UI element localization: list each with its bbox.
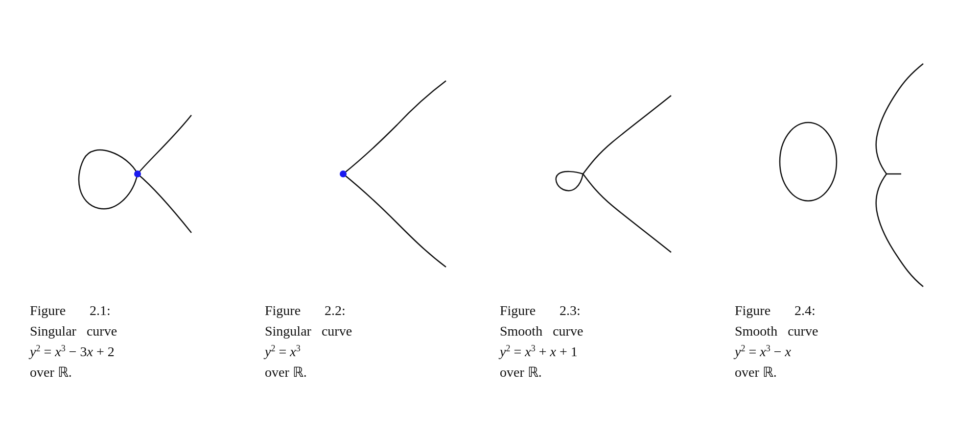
- node-dot: [134, 171, 141, 177]
- figure-2-2-svg: [265, 56, 480, 292]
- figure-2-2-number: 2.2:: [325, 303, 346, 318]
- figure-2-3-desc2: y2 = x3 + x + 1: [500, 344, 578, 359]
- figure-2-4-number: 2.4:: [794, 303, 816, 318]
- figure-2-3-label: Figure: [500, 303, 536, 318]
- figure-2-4-desc2: y2 = x3 − x: [735, 344, 791, 359]
- figure-2-2: Figure 2.2: Singular curve y2 = x3 over …: [265, 56, 480, 383]
- figure-2-2-caption: Figure 2.2: Singular curve y2 = x3 over …: [265, 300, 451, 383]
- figure-2-1-number: 2.1:: [90, 303, 111, 318]
- figure-2-4-desc1: Smooth curve: [735, 323, 818, 339]
- figure-2-3-svg: [500, 56, 715, 292]
- figure-2-4-desc3: over ℝ.: [735, 365, 777, 380]
- figure-2-1-label: Figure: [30, 303, 66, 318]
- figure-2-1-desc1: Singular curve: [30, 323, 117, 339]
- figure-2-2-desc1: Singular curve: [265, 323, 352, 339]
- figure-2-3: Figure 2.3: Smooth curve y2 = x3 + x + 1…: [500, 56, 715, 383]
- figure-2-2-desc3: over ℝ.: [265, 365, 307, 380]
- oval-component: [780, 122, 837, 201]
- figure-2-3-caption: Figure 2.3: Smooth curve y2 = x3 + x + 1…: [500, 300, 686, 383]
- figure-2-1: Figure 2.1: Singular curve y2 = x3 − 3x …: [30, 56, 245, 383]
- figure-2-1-caption: Figure 2.1: Singular curve y2 = x3 − 3x …: [30, 300, 216, 383]
- figure-2-3-desc3: over ℝ.: [500, 365, 542, 380]
- figure-2-1-desc2: y2 = x3 − 3x + 2: [30, 344, 115, 359]
- figure-2-2-label: Figure: [265, 303, 301, 318]
- figure-2-1-desc3: over ℝ.: [30, 365, 72, 380]
- figure-2-3-number: 2.3:: [560, 303, 581, 318]
- figure-2-2-desc2: y2 = x3: [265, 344, 301, 359]
- figures-container: Figure 2.1: Singular curve y2 = x3 − 3x …: [0, 37, 980, 402]
- figure-2-3-desc1: Smooth curve: [500, 323, 583, 339]
- figure-2-4-caption: Figure 2.4: Smooth curve y2 = x3 − x ove…: [735, 300, 921, 383]
- cusp-dot: [340, 171, 347, 177]
- figure-2-4: Figure 2.4: Smooth curve y2 = x3 − x ove…: [735, 56, 950, 383]
- figure-2-1-svg: [30, 56, 245, 292]
- figure-2-4-label: Figure: [735, 303, 770, 318]
- figure-2-4-svg: [735, 56, 950, 292]
